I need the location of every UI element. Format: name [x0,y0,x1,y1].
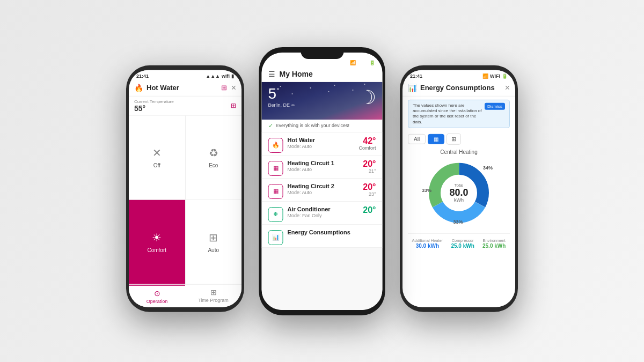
heating1-icon: ▦ [273,165,279,172]
hot-water-icon-wrap: 🔥 [268,138,283,153]
legend-environment: Environment 25.0 kWh [482,238,506,249]
mode-label-off: Off [153,162,160,168]
operation-icon: ⊙ [154,289,160,297]
filter-bar[interactable]: ▦ [428,134,444,144]
weather-location: Berlin, DE [268,102,290,108]
legend-additional: Additional Heater 30.0 kWh [412,238,443,249]
pct-left: 33% [422,187,431,193]
filter-all[interactable]: All [408,134,426,144]
off-icon: ✕ [152,146,162,159]
donut-chart: Total 80.0 kWh 33% 34% 33% [424,158,494,228]
energy-title: Energy Consumptions [420,84,495,92]
energy-icon-wrap: 📊 [268,230,283,245]
device-ac[interactable]: ❄ Air Conditioner Mode: Fan Only 20° [262,202,383,225]
info-text: The values shown here are accumulated si… [413,102,482,125]
edit-icon-left[interactable]: ⊞ [221,84,227,92]
time-right: 21:41 [410,73,422,78]
heating2-name: Heating Circuit 2 [288,183,363,189]
hot-water-comfort: Comfort [358,145,376,151]
heating1-name: Heating Circuit 1 [288,160,363,166]
tab-operation[interactable]: ⊙ Operation [129,284,185,307]
hamburger-icon[interactable]: ☰ [268,70,275,78]
center-phone: 21:41 📶 WiFi 🔋 ☰ My Home [259,47,385,315]
weather-temp: 5° [268,86,295,101]
tab-operation-label: Operation [147,298,168,304]
status-bar-left: 21:41 ▲▲▲ wifi ▮ [129,70,241,79]
device-energy[interactable]: 📊 Energy Consumptions [262,225,383,248]
mode-comfort[interactable]: ☀ Comfort [129,200,185,284]
moon-icon: ☽ [359,86,376,109]
status-bar-right: 21:41 📶 WiFi 🔋 [402,70,515,79]
chart-section: Central Heating [402,147,515,307]
device-heating-2[interactable]: ▦ Heating Circuit 2 Mode: Auto 20° 23° [262,179,383,202]
heating2-temp: 20° [363,183,376,191]
weather-temp-value: 5 [268,85,277,102]
bottom-tabs-left: ⊙ Operation ⊞ Time Program [129,284,241,307]
legend-compressor-name: Compressor [451,238,474,243]
close-btn-left[interactable]: × [231,83,236,92]
hot-water-temp: 42° [358,137,376,145]
status-message-text: Everything is ok with your devices! [276,123,350,128]
device-list: 🔥 Hot Water Mode: Auto 42° Comfort [262,132,383,310]
energy-header-icon: 📊 [408,83,417,92]
heating2-set: 23° [363,191,376,197]
time-center: 21:41 [269,60,282,65]
notch [301,47,343,59]
heating1-set: 21° [363,168,376,174]
mode-label-eco: Eco [209,162,218,168]
right-phone: 21:41 📶 WiFi 🔋 📊 Energy Consumptions × [400,65,518,312]
tab-time-program[interactable]: ⊞ Time Program [185,284,241,307]
ac-temp: 20° [363,206,376,215]
auto-icon: ⊞ [209,231,218,244]
filter-tabs: All ▦ ⊞ [402,131,515,147]
weather-banner: 5° Berlin, DE ✏ ☽ [262,82,383,120]
app-title: My Home [280,70,313,78]
heating2-icon: ▦ [273,188,279,195]
ac-icon: ❄ [273,211,278,218]
modal-title-left: Hot Water [147,84,179,92]
device-heating-1[interactable]: ▦ Heating Circuit 1 Mode: Auto 20° 21° [262,156,383,179]
temp-value: 55° [134,104,174,112]
mode-label-auto: Auto [208,247,219,253]
energy-icon: 📊 [272,234,280,241]
legend-compressor: Compressor 25.0 kWh [451,238,474,249]
pct-bottom: 33% [453,219,463,224]
copy-icon[interactable]: ⊞ [231,102,236,109]
modal-header-left: 🔥 Hot Water ⊞ × [129,79,241,96]
status-icons-left: ▲▲▲ wifi ▮ [206,73,234,78]
mode-auto[interactable]: ⊞ Auto [186,200,242,284]
dismiss-btn[interactable]: Dismiss [485,102,505,109]
temp-label: Current Temperature [134,99,174,104]
mode-label-comfort: Comfort [147,247,166,253]
scene: 21:41 ▲▲▲ wifi ▮ 🔥 Hot Water ⊞ × [0,0,644,362]
legend-additional-val: 30.0 kWh [412,243,443,249]
filter-line[interactable]: ⊞ [447,134,461,145]
status-message: ✓ Everything is ok with your devices! [262,120,383,132]
hot-water-name: Hot Water [288,137,359,143]
mode-eco[interactable]: ♻ Eco [186,115,242,199]
time-program-icon: ⊞ [210,287,217,296]
ok-icon: ✓ [268,122,273,129]
energy-header: 📊 Energy Consumptions × [402,79,515,96]
device-hot-water[interactable]: 🔥 Hot Water Mode: Auto 42° Comfort [262,132,383,156]
info-banner: The values shown here are accumulated si… [408,99,510,128]
temp-info-left: Current Temperature 55° ⊞ [129,96,241,115]
legend-row: Additional Heater 30.0 kWh Compressor 25… [408,233,510,249]
close-btn-right[interactable]: × [505,83,510,92]
heating1-icon-wrap: ▦ [268,161,283,176]
legend-environment-val: 25.0 kWh [482,243,506,249]
mode-off[interactable]: ✕ Off [129,115,185,199]
legend-environment-name: Environment [482,238,506,243]
heating2-icon-wrap: ▦ [268,184,283,199]
edit-location-icon[interactable]: ✏ [291,103,295,108]
ac-name: Air Conditioner [288,206,363,212]
hot-water-icon-left: 🔥 [134,83,143,92]
time-left: 21:41 [136,73,149,78]
energy-name: Energy Consumptions [288,229,376,235]
tab-time-program-label: Time Program [198,297,229,302]
hot-water-device-icon: 🔥 [272,142,280,149]
comfort-icon: ☀ [152,231,162,244]
app-header-center: ☰ My Home [262,67,383,82]
legend-additional-name: Additional Heater [412,238,443,243]
mode-grid: ✕ Off ♻ Eco ☀ Comfort ⊞ Auto [129,115,241,284]
